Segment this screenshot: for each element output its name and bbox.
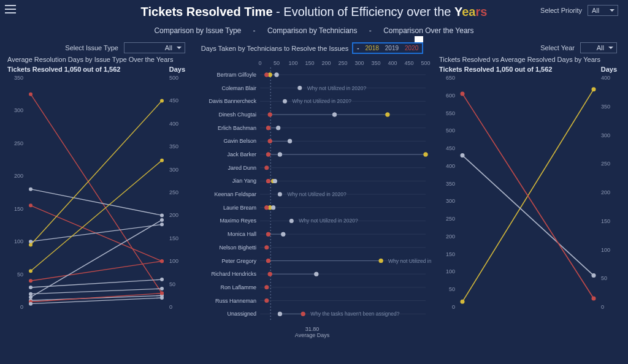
title-rest: Evolution of Efficiency over the: [283, 5, 454, 18]
legend-2020[interactable]: 2020: [405, 45, 418, 51]
svg-point-146: [289, 219, 294, 223]
tab-over-years[interactable]: Comparison Over the Years: [383, 26, 473, 35]
legend-2018[interactable]: 2018: [366, 45, 379, 51]
page-title: Tickets Resolved Time - Evolution of Eff…: [0, 5, 628, 19]
svg-point-45: [160, 287, 164, 290]
svg-text:650: 650: [446, 75, 455, 81]
issuetype-filter: Select Issue Type All: [7, 42, 185, 53]
svg-line-37: [31, 261, 162, 281]
svg-line-40: [31, 279, 162, 287]
priority-select-value: All: [592, 7, 599, 14]
svg-text:0: 0: [20, 304, 23, 310]
svg-point-32: [29, 243, 33, 246]
year-select[interactable]: All: [580, 42, 617, 53]
svg-text:Why not Utilized in 2020?: Why not Utilized in 2020?: [287, 191, 347, 197]
svg-text:250: 250: [446, 216, 455, 222]
svg-text:150: 150: [169, 235, 178, 241]
svg-point-142: [271, 205, 275, 210]
page-header: Tickets Resolved Time - Evolution of Eff…: [0, 0, 628, 35]
svg-text:150: 150: [14, 206, 23, 212]
svg-point-172: [268, 272, 272, 276]
tab-issue-type[interactable]: Comparison by Issue Type: [154, 26, 241, 35]
svg-point-157: [264, 245, 269, 249]
svg-text:Keenan Feldspar: Keenan Feldspar: [214, 191, 256, 197]
svg-text:500: 500: [446, 127, 455, 134]
svg-text:100: 100: [169, 258, 178, 264]
svg-text:Jack Barker: Jack Barker: [227, 151, 256, 157]
svg-text:300: 300: [446, 198, 455, 204]
legend-2019[interactable]: 2019: [385, 45, 399, 51]
svg-text:Why not Utilized in 2020?: Why not Utilized in 2020?: [299, 218, 358, 224]
title-sep: -: [273, 5, 284, 18]
svg-text:50: 50: [449, 286, 455, 292]
svg-point-116: [424, 153, 428, 157]
center-avg-value: 31.80: [193, 326, 432, 332]
svg-text:Laurie Bream: Laurie Bream: [223, 205, 256, 211]
svg-point-154: [266, 232, 270, 237]
svg-text:250: 250: [338, 60, 347, 66]
svg-text:0: 0: [452, 304, 455, 310]
svg-line-34: [31, 161, 162, 271]
legend-dash: -: [357, 45, 359, 51]
tab-technicians[interactable]: Comparison by Technicians: [267, 26, 358, 35]
svg-text:0: 0: [601, 304, 604, 310]
svg-text:0: 0: [169, 304, 172, 310]
svg-text:350: 350: [371, 60, 380, 66]
panel-left: Select Issue Type All Average Resolution…: [7, 42, 185, 338]
priority-filter: Select Priority All: [540, 5, 618, 16]
svg-point-48: [160, 218, 164, 222]
svg-text:Richard Hendricks: Richard Hendricks: [211, 271, 256, 277]
svg-point-77: [275, 72, 279, 77]
svg-text:300: 300: [601, 132, 610, 138]
svg-text:500: 500: [421, 60, 430, 66]
left-chart[interactable]: 0501001502002503003500501001502002503003…: [7, 74, 185, 319]
svg-point-38: [29, 279, 33, 282]
svg-point-118: [266, 153, 270, 157]
svg-text:400: 400: [601, 75, 610, 81]
svg-line-216: [462, 94, 594, 298]
center-chart[interactable]: 050100150200250300350400450500Bertram Gi…: [193, 56, 432, 326]
svg-point-178: [264, 298, 269, 303]
svg-point-153: [281, 232, 285, 237]
svg-text:200: 200: [601, 189, 610, 195]
sub-tabs: Comparison by Issue Type - Comparison by…: [0, 26, 628, 35]
svg-point-85: [283, 99, 287, 104]
issuetype-select[interactable]: All: [124, 42, 185, 53]
svg-point-117: [278, 153, 282, 157]
svg-point-163: [379, 259, 383, 263]
svg-point-36: [160, 159, 164, 162]
hamburger-menu-icon[interactable]: [5, 5, 16, 13]
svg-text:50: 50: [274, 60, 280, 66]
svg-text:250: 250: [169, 189, 178, 195]
svg-text:Why not Utilized in 2019?: Why not Utilized in 2019?: [388, 258, 432, 264]
legend-marker: [415, 36, 423, 42]
svg-text:300: 300: [354, 60, 364, 66]
svg-text:600: 600: [446, 93, 455, 99]
svg-line-28: [31, 224, 162, 241]
svg-point-30: [160, 222, 164, 226]
priority-select[interactable]: All: [588, 5, 618, 16]
svg-text:Erlich Bachman: Erlich Bachman: [218, 125, 256, 131]
svg-point-129: [273, 179, 277, 183]
svg-text:150: 150: [601, 218, 610, 224]
svg-text:300: 300: [14, 107, 23, 113]
svg-text:400: 400: [169, 121, 178, 127]
svg-point-47: [29, 295, 33, 299]
svg-point-143: [264, 205, 269, 210]
svg-point-26: [29, 203, 33, 207]
svg-point-33: [160, 99, 164, 102]
svg-point-175: [264, 285, 269, 289]
year-select-value: All: [597, 44, 604, 51]
svg-text:400: 400: [446, 163, 455, 169]
svg-point-44: [29, 292, 33, 296]
svg-line-31: [31, 100, 162, 245]
svg-text:500: 500: [169, 75, 178, 81]
svg-text:250: 250: [14, 140, 23, 146]
svg-text:Dinesh Chugtai: Dinesh Chugtai: [218, 112, 256, 118]
right-chart[interactable]: 0501001502002503003504004505005506006500…: [439, 74, 617, 319]
tab-sep1: -: [253, 26, 256, 35]
year-filter: Select Year All: [439, 42, 617, 53]
title-bold: Tickets Resolved Time: [141, 5, 273, 18]
svg-text:50: 50: [17, 271, 23, 278]
right-tickets-label: Tickets Resolved 1,050 out of 1,562: [439, 66, 552, 73]
